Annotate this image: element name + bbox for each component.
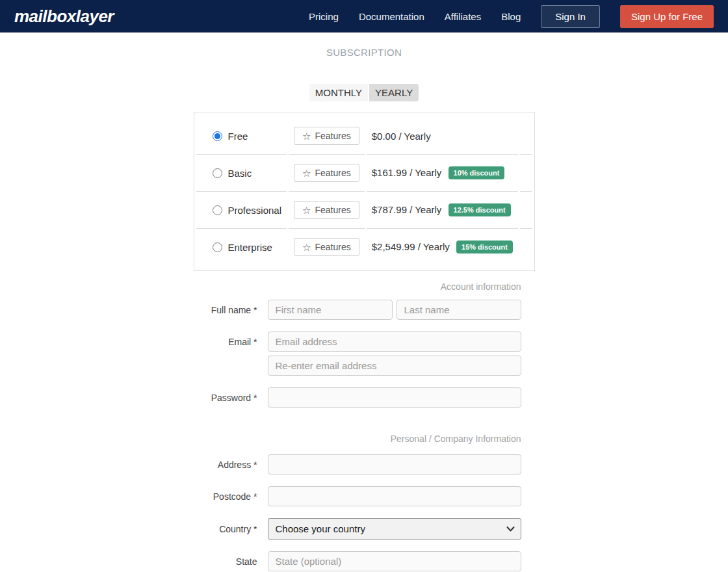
brand-logo[interactable]: mailboxlayer: [14, 6, 114, 27]
nav-link-pricing[interactable]: Pricing: [309, 11, 339, 22]
toggle-monthly[interactable]: MONTHLY: [309, 84, 368, 101]
state-input[interactable]: [268, 551, 521, 571]
address-label: Address *: [194, 460, 257, 470]
password-input[interactable]: [268, 387, 521, 408]
full-name-label: Full name *: [194, 305, 257, 315]
plan-row-basic: Basic ☆ Features $161.99 / Yearly 10% di…: [196, 154, 532, 191]
nav-link-affiliates[interactable]: Affiliates: [445, 11, 481, 22]
discount-badge: 12.5% discount: [448, 203, 511, 216]
features-label: Features: [315, 205, 351, 215]
plan-name: Enterprise: [228, 242, 272, 253]
first-name-input[interactable]: [268, 300, 393, 320]
nav-link-documentation[interactable]: Documentation: [359, 11, 424, 22]
sign-in-button[interactable]: Sign In: [541, 5, 600, 28]
country-select-wrap: Choose your country: [268, 518, 521, 540]
full-name-row: Full name *: [194, 300, 521, 320]
signup-form: Account information Full name * Email * …: [194, 281, 521, 571]
password-label: Password *: [194, 393, 257, 403]
star-icon: ☆: [302, 242, 311, 252]
full-name-fields: [268, 300, 521, 320]
address-input[interactable]: [268, 454, 521, 474]
state-row: State: [194, 551, 521, 571]
plan-option-enterprise[interactable]: Enterprise: [213, 242, 282, 253]
email-input[interactable]: [268, 332, 521, 352]
plan-radio-professional[interactable]: [213, 205, 222, 215]
nav-link-blog[interactable]: Blog: [501, 11, 521, 22]
email-confirm-input[interactable]: [268, 356, 521, 376]
plans-table: Free ☆ Features $0.00 / Yearly: [194, 112, 535, 271]
email-confirm-row: [194, 356, 521, 376]
discount-badge: 15% discount: [456, 240, 513, 254]
features-label: Features: [315, 131, 351, 141]
postcode-row: Postcode *: [194, 486, 521, 506]
plan-row-professional: Professional ☆ Features $787.99 / Yearly…: [196, 191, 532, 228]
features-button-enterprise[interactable]: ☆ Features: [294, 238, 359, 256]
plan-option-professional[interactable]: Professional: [213, 205, 282, 216]
plan-option-free[interactable]: Free: [213, 131, 282, 142]
features-label: Features: [315, 168, 351, 178]
features-button-professional[interactable]: ☆ Features: [294, 201, 359, 219]
plan-row-enterprise: Enterprise ☆ Features $2,549.99 / Yearly…: [196, 228, 532, 265]
section-header-personal: Personal / Company Information: [194, 434, 521, 444]
billing-period-toggle: MONTHLY YEARLY: [194, 84, 535, 101]
features-button-basic[interactable]: ☆ Features: [294, 164, 359, 182]
plan-name: Free: [228, 131, 248, 142]
section-header-account: Account information: [194, 281, 521, 292]
address-row: Address *: [194, 454, 521, 474]
last-name-input[interactable]: [396, 300, 521, 320]
plan-option-basic[interactable]: Basic: [213, 168, 282, 179]
plan-price: $787.99 / Yearly: [372, 204, 442, 215]
page-title: SUBSCRIPTION: [194, 47, 535, 58]
nav-links: Pricing Documentation Affiliates Blog Si…: [309, 5, 714, 28]
plan-price: $0.00 / Yearly: [372, 131, 431, 142]
features-label: Features: [315, 242, 351, 252]
plan-row-free: Free ☆ Features $0.00 / Yearly: [196, 118, 532, 154]
email-row: Email *: [194, 332, 521, 352]
country-select[interactable]: Choose your country: [268, 518, 521, 540]
state-label: State: [194, 556, 257, 567]
plan-price: $161.99 / Yearly: [372, 167, 442, 178]
plan-name: Professional: [228, 205, 282, 216]
plan-radio-enterprise[interactable]: [213, 242, 222, 252]
plan-name: Basic: [228, 168, 252, 179]
navbar: mailboxlayer Pricing Documentation Affil…: [0, 0, 728, 32]
star-icon: ☆: [302, 168, 311, 178]
toggle-yearly[interactable]: YEARLY: [369, 84, 419, 101]
email-label: Email *: [194, 337, 257, 347]
features-button-free[interactable]: ☆ Features: [294, 127, 359, 145]
password-row: Password *: [194, 387, 521, 408]
sign-up-button[interactable]: Sign Up for Free: [620, 5, 714, 28]
plan-radio-basic[interactable]: [213, 168, 222, 178]
discount-badge: 10% discount: [448, 166, 505, 179]
postcode-label: Postcode *: [194, 491, 257, 502]
main-content: SUBSCRIPTION MONTHLY YEARLY Free ☆: [194, 47, 535, 571]
star-icon: ☆: [302, 131, 311, 141]
plan-radio-free[interactable]: [213, 131, 222, 141]
plan-price: $2,549.99 / Yearly: [372, 241, 450, 252]
country-row: Country * Choose your country: [194, 518, 521, 540]
postcode-input[interactable]: [268, 486, 521, 506]
country-label: Country *: [194, 524, 257, 534]
star-icon: ☆: [302, 205, 311, 215]
